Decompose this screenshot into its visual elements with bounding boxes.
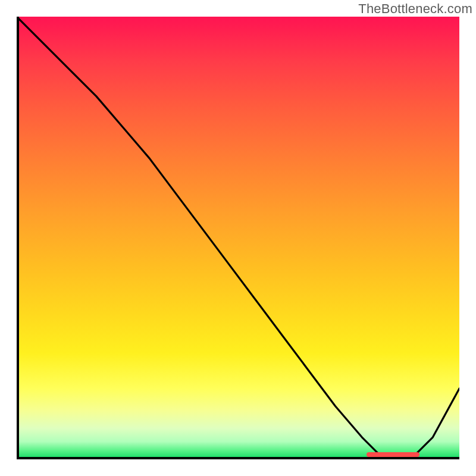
watermark-text: TheBottleneck.com xyxy=(358,1,472,17)
chart-container: TheBottleneck.com xyxy=(0,0,476,476)
bottleneck-curve xyxy=(17,17,459,459)
optimal-zone-marker xyxy=(367,452,419,457)
